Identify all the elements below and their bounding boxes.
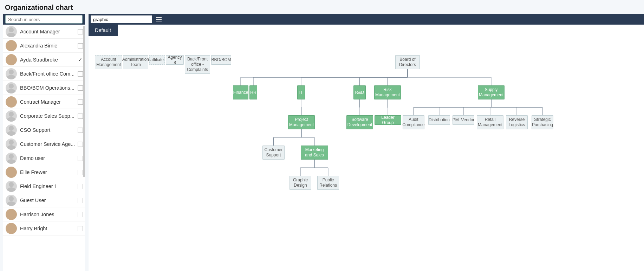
org-node-pr[interactable]: Public Relations xyxy=(317,176,339,190)
user-row[interactable]: Field Engineer 1 xyxy=(3,179,85,193)
user-name-label: CSO Support xyxy=(17,127,75,133)
user-row[interactable]: Ayda Stradbroke✓ xyxy=(3,53,85,67)
user-row[interactable]: CSO Support xyxy=(3,123,85,137)
user-name-label: Harry Bright xyxy=(17,226,75,231)
org-node-hr[interactable]: HR xyxy=(249,85,257,99)
user-name-label: Corporate Sales Supp... xyxy=(17,113,75,119)
org-node-bfo[interactable]: Back/Front office - Complaints xyxy=(185,55,210,74)
avatar xyxy=(6,138,17,150)
org-node-gd[interactable]: Graphic Design xyxy=(290,176,311,190)
org-node-dist[interactable]: Distribution xyxy=(428,115,450,125)
user-row[interactable]: Account Manager xyxy=(3,25,85,39)
main-area: Default Account ManagementAdministration… xyxy=(89,14,644,271)
user-row[interactable]: Guest User xyxy=(3,193,85,207)
org-node-sw[interactable]: Software Development xyxy=(346,115,373,129)
user-name-label: Alexandra Birnie xyxy=(17,43,75,49)
user-name-label: Guest User xyxy=(17,198,75,203)
user-name-label: Demo user xyxy=(17,155,75,161)
avatar xyxy=(6,110,17,122)
user-row[interactable]: Contract Manager xyxy=(3,95,85,109)
org-node-finance[interactable]: Finance xyxy=(233,85,248,99)
org-node-agency8[interactable]: Agency 8 xyxy=(166,55,184,65)
user-name-label: Customer Service Age... xyxy=(17,141,75,147)
org-node-mkt[interactable]: Marketing and Sales xyxy=(301,146,328,160)
chart-search-input[interactable] xyxy=(91,15,152,23)
org-node-admin-team[interactable]: Administration Team xyxy=(123,55,148,69)
avatar xyxy=(6,68,17,79)
avatar xyxy=(6,181,17,192)
sidebar: Account ManagerAlexandra BirnieAyda Stra… xyxy=(3,14,85,271)
org-node-rd[interactable]: R&D xyxy=(353,85,366,99)
user-row[interactable]: Ellie Frewer xyxy=(3,165,85,179)
avatar xyxy=(6,82,17,93)
user-list[interactable]: Account ManagerAlexandra BirnieAyda Stra… xyxy=(3,25,85,271)
org-node-risk[interactable]: Risk Management xyxy=(374,85,401,99)
user-name-label: Account Manager xyxy=(17,29,75,34)
page-title: Organizational chart xyxy=(0,0,644,14)
org-node-cust[interactable]: Customer Support xyxy=(262,146,285,160)
user-name-label: Harrison Jones xyxy=(17,212,75,217)
user-name-label: Back/Front office Com... xyxy=(17,71,75,77)
avatar xyxy=(6,96,17,108)
org-node-revlog[interactable]: Reverse Logistics xyxy=(506,115,528,129)
avatar xyxy=(6,223,17,234)
search-users-input[interactable] xyxy=(5,15,83,24)
avatar xyxy=(6,124,17,136)
user-row[interactable]: Harry Bright xyxy=(3,221,85,235)
org-node-audit[interactable]: Audit Compliance xyxy=(403,115,424,129)
org-node-board[interactable]: Board of Directors xyxy=(395,55,420,69)
org-node-pm[interactable]: Project Management xyxy=(288,115,315,129)
user-row[interactable]: Demo user xyxy=(3,151,85,165)
avatar xyxy=(6,40,17,51)
user-row[interactable]: Corporate Sales Supp... xyxy=(3,109,85,123)
user-row[interactable]: Customer Service Age... xyxy=(3,137,85,151)
org-chart-canvas[interactable]: Account ManagementAdministration Teamaff… xyxy=(89,36,644,271)
avatar xyxy=(6,209,17,220)
menu-icon[interactable] xyxy=(154,15,163,24)
tabs: Default xyxy=(89,25,644,36)
org-node-supply[interactable]: Supply Management xyxy=(478,85,505,99)
org-node-lg[interactable]: Leader Group xyxy=(375,115,401,125)
sidebar-scrollbar[interactable] xyxy=(83,25,85,271)
avatar xyxy=(6,54,17,65)
avatar xyxy=(6,167,17,178)
org-node-bbo[interactable]: BBO/BOM xyxy=(211,55,231,65)
user-name-label: Ayda Stradbroke xyxy=(17,57,75,63)
avatar xyxy=(6,195,17,206)
user-name-label: Contract Manager xyxy=(17,99,75,105)
user-row[interactable]: BBO/BOM Operations... xyxy=(3,81,85,95)
avatar xyxy=(6,26,17,37)
user-row[interactable]: Alexandra Birnie xyxy=(3,39,85,53)
org-node-account-mgmt[interactable]: Account Management xyxy=(95,55,122,69)
org-node-retail[interactable]: Retail Management xyxy=(477,115,503,129)
tab-default[interactable]: Default xyxy=(89,25,118,36)
user-name-label: BBO/BOM Operations... xyxy=(17,85,75,91)
org-node-pmv[interactable]: PM_Vendor xyxy=(453,115,474,125)
avatar xyxy=(6,153,17,164)
org-node-it[interactable]: IT xyxy=(297,85,305,99)
user-row[interactable]: Back/Front office Com... xyxy=(3,67,85,81)
org-node-strat[interactable]: Strategic Purchasing xyxy=(532,115,553,129)
user-name-label: Ellie Frewer xyxy=(17,169,75,175)
org-node-affiliate[interactable]: affiliate xyxy=(149,55,165,65)
main-toolbar xyxy=(89,14,644,25)
user-name-label: Field Engineer 1 xyxy=(17,183,75,189)
user-row[interactable]: Harrison Jones xyxy=(3,207,85,221)
